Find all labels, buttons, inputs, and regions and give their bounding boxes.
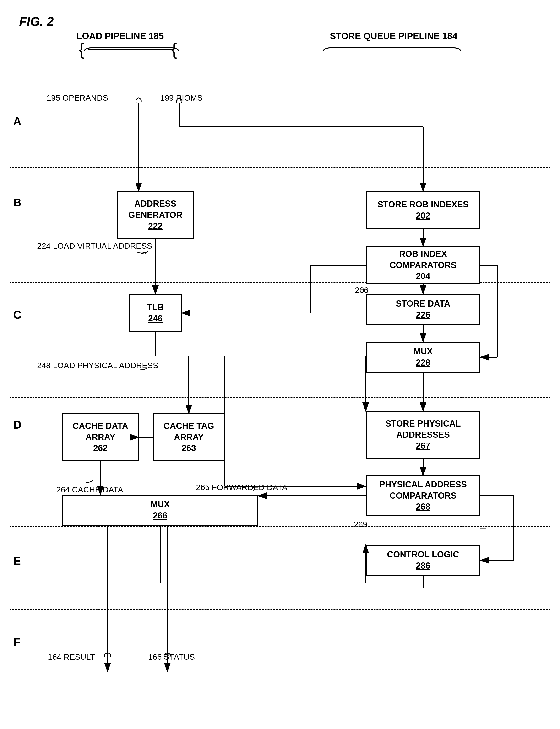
mux-228-box: MUX 228 (366, 342, 480, 373)
svg-text:{: { (79, 40, 84, 59)
status-label: 166 STATUS (148, 652, 195, 662)
store-data-box: STORE DATA 226 (366, 294, 480, 325)
divider-ab (10, 167, 550, 168)
rob-index-comparators-box: ROB INDEX COMPARATORS 204 (366, 246, 480, 284)
cache-data-array-box: CACHE DATA ARRAY 262 (62, 413, 139, 461)
row-a-label: A (13, 115, 22, 128)
divider-de (10, 526, 550, 527)
load-pipeline-label: LOAD PIPELINE 185 (76, 31, 164, 41)
row-c-label: C (13, 308, 22, 322)
forwarded-data-label: 265 FORWARDED DATA (196, 483, 287, 492)
operands-label: 195 OPERANDS (47, 93, 108, 103)
row-e-label: E (13, 554, 21, 567)
load-virtual-address-label: 224 LOAD VIRTUAL ADDRESS (37, 241, 152, 251)
row-f-label: F (13, 636, 20, 649)
figure-title: FIG. 2 (19, 14, 54, 29)
result-label: 164 RESULT (48, 652, 95, 662)
physical-address-comparators-box: PHYSICAL ADDRESS COMPARATORS 268 (366, 475, 480, 516)
store-pipeline-label: STORE QUEUE PIPELINE 184 (330, 31, 457, 41)
mux-266-box: MUX 266 (62, 494, 258, 526)
row-d-label: D (13, 418, 22, 431)
rioms-label: 199 RIOMS (160, 93, 203, 103)
wire-206-label: 206 (355, 286, 369, 295)
store-rob-indexes-box: STORE ROB INDEXES 202 (366, 191, 480, 229)
cache-tag-array-box: CACHE TAG ARRAY 263 (153, 413, 225, 461)
wire-269-label: 269 (354, 520, 367, 529)
diagram: FIG. 2 LOAD PIPELINE 185 STORE QUEUE PIP… (0, 0, 560, 729)
tlb-box: TLB 246 (129, 294, 182, 332)
control-logic-box: CONTROL LOGIC 286 (366, 545, 480, 576)
cache-data-label: 264 CACHE DATA (56, 485, 123, 494)
divider-cd (10, 396, 550, 397)
svg-text:}: } (171, 40, 177, 59)
row-b-label: B (13, 196, 22, 209)
divider-ef (10, 609, 550, 610)
store-physical-addresses-box: STORE PHYSICAL ADDRESSES 267 (366, 411, 480, 459)
address-generator-box: ADDRESS GENERATOR 222 (117, 191, 194, 239)
load-physical-address-label: 248 LOAD PHYSICAL ADDRESS (37, 361, 158, 370)
